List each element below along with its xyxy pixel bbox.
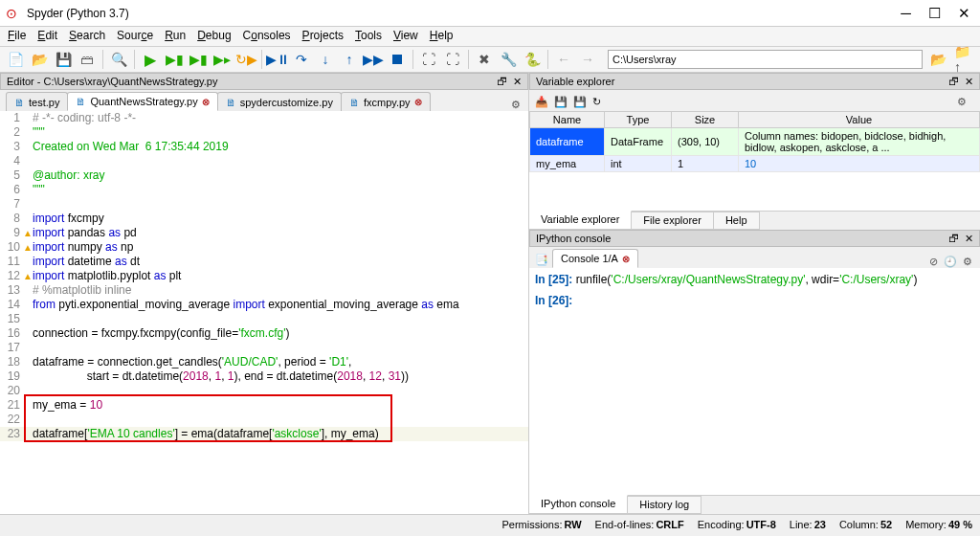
- run-selection-button[interactable]: ▶▸: [211, 48, 234, 71]
- console-tabs: 📑 Console 1/A⊗ ⊘ 🕘 ⚙: [529, 247, 980, 268]
- open-file-button[interactable]: 📂: [28, 48, 51, 71]
- window-title: Spyder (Python 3.7): [27, 7, 901, 20]
- varex-header: Variable explorer 🗗 ✕: [529, 73, 980, 90]
- ipython-close-icon[interactable]: ✕: [965, 233, 973, 245]
- new-file-button[interactable]: 📄: [4, 48, 27, 71]
- col-value[interactable]: Value: [739, 112, 980, 128]
- close-button[interactable]: ✕: [958, 5, 970, 22]
- tab-variable-explorer[interactable]: Variable explorer: [529, 211, 632, 230]
- editor-undock-icon[interactable]: 🗗: [497, 76, 507, 87]
- var-row-myema[interactable]: my_emaint110: [530, 156, 980, 172]
- console-options-icon[interactable]: ⚙: [963, 256, 972, 268]
- maximize-pane-button[interactable]: ⛶: [417, 48, 440, 71]
- tab-test[interactable]: 🗎test.py: [6, 92, 68, 111]
- console-list-icon[interactable]: 📑: [535, 254, 548, 266]
- nav-back-button[interactable]: ←: [552, 48, 575, 71]
- varex-undock-icon[interactable]: 🗗: [948, 76, 959, 87]
- varex-save-icon[interactable]: 💾: [554, 96, 568, 108]
- ipython-header: IPython console 🗗 ✕: [529, 230, 980, 247]
- ipython-undock-icon[interactable]: 🗗: [948, 233, 959, 244]
- menu-consoles[interactable]: Consoles: [243, 29, 291, 44]
- menu-tools[interactable]: Tools: [355, 29, 382, 44]
- editor-tabs: 🗎test.py 🗎QuantNewsStrategy.py⊗ 🗎spyderc…: [0, 90, 528, 111]
- menu-file[interactable]: FFileile: [8, 29, 26, 44]
- varex-options-icon[interactable]: ⚙: [957, 96, 974, 108]
- maximize-button[interactable]: ☐: [928, 5, 941, 22]
- col-type[interactable]: Type: [605, 112, 672, 128]
- run-cell-advance-button[interactable]: ▶▮: [187, 48, 210, 71]
- nav-fwd-button[interactable]: →: [576, 48, 599, 71]
- menu-edit[interactable]: Edit: [37, 29, 57, 44]
- step-over-button[interactable]: ↷: [290, 48, 313, 71]
- working-dir-input[interactable]: [608, 50, 923, 69]
- statusbar: Permissions: RW End-of-lines: CRLF Encod…: [0, 514, 980, 533]
- tab-close-icon[interactable]: ⊗: [414, 97, 422, 107]
- fullscreen-button[interactable]: ⛶: [441, 48, 464, 71]
- varex-refresh-icon[interactable]: ↻: [592, 96, 601, 108]
- menu-source[interactable]: Source: [117, 29, 153, 44]
- window-titlebar: ⊙ Spyder (Python 3.7) ─ ☐ ✕: [0, 0, 980, 27]
- tab-close-icon[interactable]: ⊗: [622, 254, 630, 264]
- step-into-button[interactable]: ↓: [314, 48, 337, 71]
- preferences-button[interactable]: 🔧: [497, 48, 520, 71]
- menu-view[interactable]: View: [393, 29, 418, 44]
- menu-debug[interactable]: Debug: [197, 29, 231, 44]
- run-cell-button[interactable]: ▶▮: [163, 48, 186, 71]
- continue-button[interactable]: ▶▶: [362, 48, 385, 71]
- console-interrupt-icon[interactable]: ⊘: [929, 256, 938, 268]
- editor-options-icon[interactable]: ⚙: [511, 99, 528, 111]
- menu-search[interactable]: Search: [69, 29, 105, 44]
- varex-close-icon[interactable]: ✕: [965, 76, 973, 88]
- editor-header-text: Editor - C:\Users\xray\QuantNewsStrategy…: [7, 76, 217, 87]
- pythonpath-button[interactable]: 🐍: [521, 48, 544, 71]
- close-pane-button[interactable]: ✖: [473, 48, 496, 71]
- tab-history-log[interactable]: History log: [628, 496, 702, 514]
- minimize-button[interactable]: ─: [901, 5, 911, 22]
- tab-help[interactable]: Help: [714, 212, 760, 230]
- varex-import-icon[interactable]: 📥: [535, 96, 548, 108]
- ipython-console[interactable]: In [25]: runfile('C:/Users/xray/QuantNew…: [529, 268, 980, 495]
- browse-dir-button[interactable]: 📂: [926, 48, 949, 71]
- save-all-button[interactable]: 🗃: [76, 48, 99, 71]
- clock-icon[interactable]: 🕘: [944, 256, 957, 268]
- menu-projects[interactable]: Projects: [302, 29, 344, 44]
- console-bottom-tabs: IPython console History log: [529, 495, 980, 514]
- editor-header: Editor - C:\Users\xray\QuantNewsStrategy…: [0, 73, 528, 90]
- tab-console-1a[interactable]: Console 1/A⊗: [552, 249, 638, 268]
- search-button[interactable]: 🔍: [107, 48, 130, 71]
- rerun-button[interactable]: ↻▶: [234, 48, 257, 71]
- varex-bottom-tabs: Variable explorer File explorer Help: [529, 211, 980, 230]
- tab-fxcmpy[interactable]: 🗎fxcmpy.py⊗: [341, 92, 431, 111]
- varex-toolbar: 📥 💾 💾 ↻ ⚙: [529, 90, 980, 111]
- menu-help[interactable]: Help: [430, 29, 454, 44]
- step-return-button[interactable]: ↑: [338, 48, 361, 71]
- save-button[interactable]: 💾: [52, 48, 75, 71]
- tab-file-explorer[interactable]: File explorer: [632, 212, 714, 230]
- var-row-dataframe[interactable]: dataframeDataFrame(309, 10)Column names:…: [530, 128, 980, 156]
- tab-spydercustomize[interactable]: 🗎spydercustomize.py: [217, 92, 342, 111]
- main-toolbar: 📄 📂 💾 🗃 🔍 ▶ ▶▮ ▶▮ ▶▸ ↻▶ ▶⏸ ↷ ↓ ↑ ▶▶ ⛶ ⛶ …: [0, 46, 980, 73]
- tab-quantnews[interactable]: 🗎QuantNewsStrategy.py⊗: [67, 92, 217, 111]
- code-editor[interactable]: 1# -*- coding: utf-8 -*- 2""" 3Created o…: [0, 111, 528, 514]
- col-size[interactable]: Size: [672, 112, 739, 128]
- run-button[interactable]: ▶: [139, 48, 162, 71]
- variable-explorer: Name Type Size Value dataframeDataFrame(…: [529, 111, 980, 211]
- tab-ipython-console[interactable]: IPython console: [529, 495, 628, 514]
- debug-button[interactable]: ▶⏸: [266, 48, 289, 71]
- spyder-icon: ⊙: [6, 6, 21, 21]
- tab-close-icon[interactable]: ⊗: [202, 97, 210, 107]
- stop-debug-button[interactable]: [386, 48, 409, 71]
- varex-saveas-icon[interactable]: 💾: [573, 96, 587, 108]
- parent-dir-button[interactable]: 📁↑: [953, 48, 976, 71]
- menu-run[interactable]: Run: [165, 29, 186, 44]
- menubar: FFileile Edit Search Source Run Debug Co…: [0, 27, 980, 46]
- editor-close-icon[interactable]: ✕: [513, 76, 522, 88]
- col-name[interactable]: Name: [530, 112, 605, 128]
